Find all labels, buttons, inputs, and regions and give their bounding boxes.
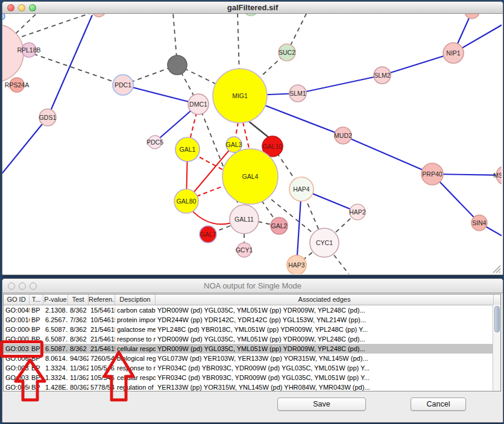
noa-window-title: NOA output for Single Mode (2, 281, 503, 290)
table-cell: 6.5087... (43, 344, 68, 354)
table-cell: GO:0031... (4, 363, 30, 373)
table-cell: 80/362 (68, 382, 89, 392)
table-cell: BP (30, 305, 43, 315)
table-cell: 8/362 (68, 334, 89, 344)
edge (2, 117, 48, 175)
table-cell: 105/546... (89, 373, 115, 382)
network-canvas[interactable]: RPL18BRPS24AGDS1PDC1DMC1MIG1SUC2SLM1SLM2… (2, 14, 502, 274)
table-cell: BP (30, 344, 43, 354)
table-cell: 7260/54... (89, 354, 115, 363)
cancel-button[interactable]: Cancel (411, 398, 466, 411)
node-dark-node[interactable] (168, 55, 187, 75)
table-cell: BP (30, 373, 43, 382)
column-header-p-value[interactable]: P-value (43, 295, 68, 305)
node-top-left-pink[interactable] (92, 14, 106, 17)
table-cell: 8/362 (68, 344, 89, 354)
node-label-GAL80: GAL80 (177, 198, 197, 205)
table-cell: BP (30, 315, 43, 325)
table-cell: GO:0016... (4, 315, 30, 325)
table-row[interactable]: GO:0065...BP8.0614...94/3627260/54...bio… (4, 354, 500, 363)
node-label-DMC1: DMC1 (189, 101, 207, 108)
table-cell: 6.5087... (43, 334, 68, 344)
table-cell: YFR034C (pd) YBR093C, YDR009W (pd) YGL03… (156, 373, 494, 382)
node-label-HAP4: HAP4 (293, 186, 310, 193)
table-cell: BP (30, 363, 43, 373)
node-label-SLM1: SLM1 (289, 90, 306, 97)
table-cell: YFR034C (pd) YBR093C, YDR009W (pd) YGL03… (156, 363, 494, 373)
table-cell: regulation of bi... (115, 382, 156, 392)
column-header-go-id[interactable]: GO ID (4, 295, 30, 305)
table-cell: response to nut... (115, 334, 156, 344)
network-graph: RPL18BRPS24AGDS1PDC1DMC1MIG1SUC2SLM1SLM2… (2, 14, 502, 274)
table-cell: 10/54615 (89, 315, 115, 325)
table-cell: GO:0031... (4, 344, 30, 354)
edge (200, 157, 223, 170)
scrollbar-thumb[interactable] (494, 306, 500, 332)
node-label-NIP1: NIP1 (446, 49, 461, 57)
table-vertical-scrollbar[interactable] (493, 305, 500, 391)
node-label-RPL18B: RPL18B (17, 46, 40, 54)
table-row[interactable]: GO:0045...BP2.1308...8/36215/54615carbon… (4, 305, 500, 315)
node-label-SLM2: SLM2 (374, 72, 391, 79)
column-header-test[interactable]: Test (68, 295, 89, 305)
column-header-desciption[interactable]: Desciption (115, 295, 156, 305)
node-top-green[interactable] (244, 14, 258, 16)
node-label-SIN4: SIN4 (472, 219, 487, 226)
table-cell: 11/362 (68, 363, 89, 373)
node-top-right-pink[interactable] (465, 14, 479, 19)
node-label-GAL4: GAL4 (242, 173, 259, 180)
table-header-row: GO IDT...P-valueTestReferen...Desciption… (4, 295, 500, 305)
node-label-RPS24A: RPS24A (5, 81, 29, 89)
table-cell: GO:0031... (4, 373, 30, 382)
table-cell: YPL248C (pd) YBR018C, YML051W (pp) YDR00… (156, 325, 494, 334)
network-window: galFiltered.sif RPL18BRPS24AGDS1PDC1DMC1… (2, 1, 503, 275)
network-window-titlebar[interactable]: galFiltered.sif (2, 2, 503, 14)
noa-window-titlebar[interactable]: NOA output for Single Mode (2, 279, 503, 293)
node-label-HAP3: HAP3 (288, 261, 305, 269)
column-header-t-[interactable]: T... (30, 295, 43, 305)
edge (298, 75, 382, 93)
desktop: galFiltered.sif RPL18BRPS24AGDS1PDC1DMC1… (0, 0, 504, 424)
table-cell: protein import i... (115, 315, 156, 325)
table-cell: 1.428E... (43, 382, 68, 392)
table-row[interactable]: GO:0006...BP6.5087...8/36221/54615galact… (4, 325, 500, 334)
save-button[interactable]: Save (277, 398, 366, 411)
table-row[interactable]: GO:0016...BP6.2567...7/36210/54615protei… (4, 315, 500, 325)
table-cell: 1.3324... (43, 373, 68, 382)
table-row[interactable]: GO:0031...BP1.3324...11/362105/546...cel… (4, 373, 500, 382)
table-cell: GO:0007... (4, 334, 30, 344)
node-tiny-blue[interactable] (2, 14, 5, 20)
node-label-GCY1: GCY1 (236, 246, 253, 254)
column-header-referen-[interactable]: Referen... (89, 295, 115, 305)
table-row[interactable]: GO:0007...BP6.5087...8/36221/54615respon… (4, 334, 500, 344)
table-cell: YDR009W (pd) YGL035C, YML051W (pp) YDR00… (156, 344, 494, 354)
column-header-associated-edges[interactable]: Associated edges (156, 295, 494, 305)
node-label-GAL1: GAL1 (180, 146, 196, 153)
table-cell: BP (30, 334, 43, 344)
table-cell: 105/546... (89, 363, 115, 373)
table-cell: GO:0065... (4, 354, 30, 363)
table-row[interactable]: GO:0050...BP1.428E...80/3625778/54...reg… (4, 382, 500, 392)
table-cell: 6.5087... (43, 325, 68, 334)
noa-results-table: GO IDT...P-valueTestReferen...Desciption… (3, 294, 501, 391)
node-label-GAL11: GAL11 (235, 216, 254, 223)
table-row[interactable]: GO:0031...BP1.3324...11/362105/546...res… (4, 363, 500, 373)
table-cell: 11/362 (68, 373, 89, 382)
node-label-PDC1: PDC1 (115, 81, 131, 89)
edge (243, 122, 249, 148)
edge (14, 14, 99, 39)
node-label-GAL10: GAL10 (263, 143, 283, 150)
table-cell: carbon cataboli... (115, 305, 156, 315)
table-body: GO:0045...BP2.1308...8/36215/54615carbon… (4, 305, 500, 392)
table-cell: 94/362 (68, 354, 89, 363)
table-cell: 21/54615 (89, 344, 115, 354)
noa-output-window: NOA output for Single Mode GO IDT...P-va… (2, 278, 503, 423)
node-label-GAL7: GAL7 (200, 231, 216, 238)
table-cell: GO:0050... (4, 382, 30, 392)
edge (382, 53, 453, 75)
table-cell: 5778/54... (89, 382, 115, 392)
table-cell: biological regul... (115, 354, 156, 363)
table-cell: response to nut... (115, 363, 156, 373)
node-label-MUD2: MUD2 (334, 132, 352, 139)
table-row[interactable]: GO:0031...BP6.5087...8/36221/54615cellul… (4, 344, 500, 354)
